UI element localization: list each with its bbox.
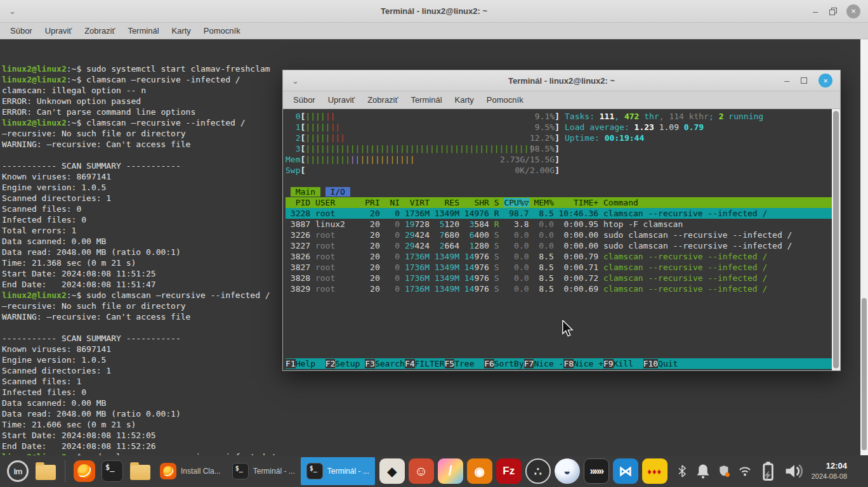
meter-Swp: Swp[0K/2.00G] bbox=[286, 165, 560, 176]
menu-item-upraviť[interactable]: Upraviť bbox=[39, 26, 78, 36]
fkey-F6[interactable]: F6SortBy bbox=[484, 358, 524, 369]
system-tray bbox=[676, 461, 805, 481]
mint-menu-button[interactable]: lm bbox=[4, 457, 32, 486]
app-filezilla-icon[interactable]: Fz bbox=[496, 458, 522, 484]
taskbar-separator bbox=[65, 460, 65, 482]
menu-item-súbor[interactable]: Súbor bbox=[287, 95, 322, 105]
terminal-icon: $_ bbox=[306, 463, 323, 479]
menu-item-zobraziť[interactable]: Zobraziť bbox=[361, 95, 404, 105]
app-vscode-icon[interactable]: ⋈ bbox=[613, 458, 638, 484]
app-obs-icon[interactable]: ∴ bbox=[525, 458, 551, 484]
bg-scrollbar-thumb[interactable] bbox=[862, 298, 867, 450]
window-button-label: Terminál - ... bbox=[327, 467, 369, 476]
bg-window-titlebar[interactable]: ⌄ Terminál - linux2@linux2: ~ – × bbox=[0, 0, 868, 23]
process-row[interactable]: 3887 linux2 20 0 19728 5120 3584 R 3.8 0… bbox=[286, 219, 832, 230]
clock-time: 12:04 bbox=[812, 461, 847, 472]
process-row[interactable]: 3829 root 20 0 1736M 1349M 14976 S 0.0 8… bbox=[286, 283, 832, 294]
maximize-icon[interactable] bbox=[801, 77, 807, 84]
app-cards-icon[interactable]: ♦♦♦ bbox=[642, 458, 667, 484]
htop-meters: 0[||||||9.1%] 1[|||||||9.5%] 2[||||||||1… bbox=[286, 111, 560, 176]
bg-terminal-scrollbar[interactable] bbox=[860, 39, 868, 455]
process-row[interactable]: 3826 root 20 0 1736M 1349M 14976 S 0.0 8… bbox=[286, 251, 832, 262]
htop-window-titlebar[interactable]: ⌄ Terminál - linux2@linux2: ~ – × bbox=[283, 70, 840, 91]
firefox-icon bbox=[160, 463, 176, 479]
fkey-F3[interactable]: F3Search bbox=[365, 358, 405, 369]
fkey-F7[interactable]: F7Nice - bbox=[524, 358, 564, 369]
app-krita-icon[interactable]: / bbox=[438, 458, 463, 484]
taskbar-window-list: Install Cla...$_Terminál - ...$_Terminál… bbox=[154, 457, 375, 485]
folder-icon bbox=[130, 465, 150, 480]
menu-item-terminál[interactable]: Terminál bbox=[404, 95, 448, 105]
update-shield-icon[interactable] bbox=[718, 464, 732, 478]
app-blender-icon[interactable]: ◉ bbox=[467, 458, 492, 484]
htop-tab-tab-io[interactable]: I/O bbox=[326, 187, 350, 197]
terminal-icon: $_ bbox=[232, 463, 249, 479]
bluetooth-icon[interactable] bbox=[676, 464, 688, 478]
file-manager-launcher[interactable] bbox=[126, 457, 154, 486]
notifications-bell-icon[interactable] bbox=[695, 463, 711, 479]
process-row[interactable]: 3228 root 20 0 1736M 1349M 14976 R 98.7 … bbox=[286, 208, 832, 219]
menu-item-terminál[interactable]: Terminál bbox=[121, 26, 165, 36]
menu-item-zobraziť[interactable]: Zobraziť bbox=[78, 26, 121, 36]
taskbar-app-icons: ◆☺/◉Fz∴◒»»»⋈♦♦♦ bbox=[378, 458, 669, 484]
menu-item-pomocník[interactable]: Pomocník bbox=[197, 26, 247, 36]
htop-table-header[interactable]: PID USER PRI NI VIRT RES SHR S CPU%▽ MEM… bbox=[286, 197, 832, 208]
firefox-icon bbox=[74, 460, 95, 482]
menu-item-upraviť[interactable]: Upraviť bbox=[322, 95, 361, 105]
fkey-F10[interactable]: F10Quit bbox=[643, 358, 678, 369]
fkey-F4[interactable]: F4FILTER bbox=[405, 358, 445, 369]
process-row[interactable]: 3828 root 20 0 1736M 1349M 14976 S 0.0 8… bbox=[286, 273, 832, 283]
process-row[interactable]: 3227 root 20 0 29424 2664 1280 S 0.0 0.0… bbox=[286, 240, 832, 251]
meter-Mem: Mem[||||||||||||||||||||||2.73G/15.5G] bbox=[286, 154, 560, 165]
process-row[interactable]: 3226 root 20 0 29424 7680 6400 S 0.0 0.0… bbox=[286, 230, 832, 240]
taskbar-window-button[interactable]: Install Cla... bbox=[154, 457, 227, 485]
taskbar: lm $_ Install Cla...$_Terminál - ...$_Te… bbox=[0, 455, 868, 487]
fkey-F1[interactable]: F1Help bbox=[286, 358, 326, 369]
mint-logo-icon: lm bbox=[7, 460, 29, 482]
battery-charging-icon[interactable] bbox=[758, 461, 777, 481]
files-launcher[interactable] bbox=[32, 457, 60, 486]
window-button-label: Terminál - ... bbox=[253, 467, 295, 476]
minimize-icon[interactable]: – bbox=[784, 77, 789, 84]
terminal-icon: $_ bbox=[102, 460, 123, 482]
meter-2: 2[||||||||12.2%] bbox=[286, 133, 560, 143]
fkey-F8[interactable]: F8Nice + bbox=[563, 358, 603, 369]
terminal-launcher[interactable]: $_ bbox=[98, 457, 126, 486]
taskbar-window-button[interactable]: $_Terminál - ... bbox=[301, 457, 375, 485]
meter-1: 1[|||||||9.5%] bbox=[286, 122, 560, 133]
taskbar-window-button[interactable]: $_Terminál - ... bbox=[227, 457, 301, 485]
htop-info: Tasks: 111, 472 thr, 114 kthr; 2 running… bbox=[560, 111, 832, 176]
app-shotcut-icon[interactable]: »»» bbox=[584, 458, 609, 484]
restore-icon[interactable] bbox=[829, 10, 835, 15]
clock[interactable]: 12:04 2024-08-08 bbox=[812, 461, 847, 481]
wifi-icon[interactable] bbox=[738, 465, 752, 477]
fkey-F9[interactable]: F9Kill bbox=[603, 358, 643, 369]
htop-scrollbar-thumb[interactable] bbox=[833, 111, 839, 368]
meter-3: 3[||||||||||||||||||||||||||||||||||||||… bbox=[286, 143, 560, 154]
minimize-icon[interactable]: – bbox=[813, 8, 818, 15]
menu-item-karty[interactable]: Karty bbox=[166, 26, 197, 36]
htop-screen[interactable]: 0[||||||9.1%] 1[|||||||9.5%] 2[||||||||1… bbox=[283, 109, 832, 370]
htop-scrollbar[interactable] bbox=[832, 109, 840, 370]
folder-icon bbox=[36, 465, 56, 480]
window-menu-chevron-icon[interactable]: ⌄ bbox=[283, 76, 308, 86]
htop-process-table: PID USER PRI NI VIRT RES SHR S CPU%▽ MEM… bbox=[286, 197, 832, 294]
htop-tab-tab-main[interactable]: Main bbox=[291, 187, 320, 197]
htop-tabs[interactable]: Main I/O bbox=[286, 186, 832, 197]
app-openshot-icon[interactable]: ◒ bbox=[555, 458, 580, 484]
menu-item-súbor[interactable]: Súbor bbox=[4, 26, 39, 36]
firefox-launcher[interactable] bbox=[70, 457, 98, 486]
close-icon[interactable]: × bbox=[819, 74, 832, 88]
window-menu-chevron-icon[interactable]: ⌄ bbox=[0, 6, 25, 16]
fkey-F2[interactable]: F2Setup bbox=[326, 358, 365, 369]
app-inkscape-icon[interactable]: ◆ bbox=[379, 458, 405, 484]
htop-window-title: Terminál - linux2@linux2: ~ bbox=[283, 76, 840, 86]
fkey-F5[interactable]: F5Tree bbox=[445, 358, 485, 369]
menu-item-karty[interactable]: Karty bbox=[449, 95, 480, 105]
process-row[interactable]: 3827 root 20 0 1736M 1349M 14976 S 0.0 8… bbox=[286, 262, 832, 273]
app-gimp-icon[interactable]: ☺ bbox=[409, 458, 434, 484]
clock-date: 2024-08-08 bbox=[812, 472, 847, 481]
menu-item-pomocník[interactable]: Pomocník bbox=[480, 95, 530, 105]
close-icon[interactable]: × bbox=[846, 4, 860, 18]
volume-icon[interactable] bbox=[784, 462, 805, 481]
